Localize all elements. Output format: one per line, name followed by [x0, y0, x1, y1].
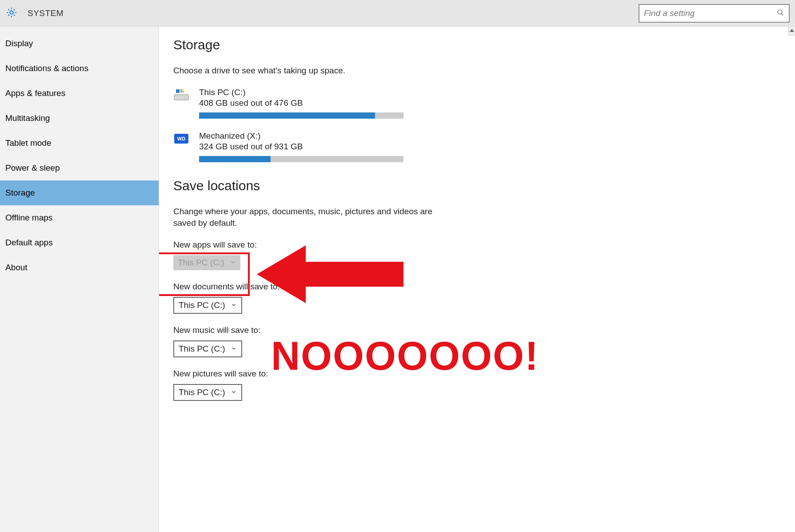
- sidebar-item-default-apps[interactable]: Default apps: [0, 230, 159, 255]
- sidebar-item-storage[interactable]: Storage: [0, 180, 159, 205]
- usage-bar-fill: [199, 156, 271, 162]
- svg-point-0: [10, 11, 13, 14]
- dropdown-value: This PC (C:): [179, 344, 225, 354]
- dropdown-value: This PC (C:): [179, 388, 225, 397]
- sidebar-item-offline-maps[interactable]: Offline maps: [0, 205, 159, 230]
- chevron-down-icon: [231, 388, 237, 397]
- chevron-down-icon: [231, 344, 237, 354]
- main-panel: Storage Choose a drive to see what's tak…: [159, 27, 795, 532]
- sidebar-item-label: Offline maps: [5, 213, 52, 222]
- sidebar-item-power-sleep[interactable]: Power & sleep: [0, 156, 159, 180]
- svg-text:WD: WD: [177, 136, 185, 141]
- dropdown-value: This PC (C:): [178, 258, 224, 268]
- svg-marker-11: [790, 29, 794, 32]
- svg-rect-7: [182, 91, 184, 92]
- sidebar-item-apps-features[interactable]: Apps & features: [0, 81, 159, 106]
- save-label: New apps will save to:: [173, 240, 781, 250]
- save-documents-dropdown[interactable]: This PC (C:): [173, 297, 242, 314]
- search-field[interactable]: [644, 8, 776, 18]
- usage-bar: [199, 112, 403, 119]
- gear-icon: [5, 6, 18, 20]
- drive-row[interactable]: WD Mechanized (X:) 324 GB used out of 93…: [173, 131, 781, 162]
- drive-row[interactable]: This PC (C:) 408 GB used out of 476 GB: [173, 88, 781, 119]
- header-bar: SYSTEM: [0, 0, 795, 27]
- scrollbar-up-icon[interactable]: [788, 27, 795, 36]
- drive-usage: 324 GB used out of 931 GB: [199, 142, 403, 152]
- save-documents-block: New documents will save to: This PC (C:): [173, 282, 781, 314]
- sidebar-item-label: Storage: [5, 188, 35, 197]
- sidebar-item-label: Power & sleep: [5, 163, 60, 172]
- save-label: New pictures will save to:: [173, 369, 781, 379]
- sidebar-item-label: Apps & features: [5, 88, 65, 98]
- usage-bar: [199, 156, 403, 162]
- sidebar-item-notifications[interactable]: Notifications & actions: [0, 56, 159, 81]
- save-label: New music will save to:: [173, 325, 781, 335]
- drive-usage: 408 GB used out of 476 GB: [199, 98, 403, 108]
- sidebar-item-tablet-mode[interactable]: Tablet mode: [0, 131, 159, 156]
- search-icon: [776, 8, 784, 18]
- drive-name: This PC (C:): [199, 88, 403, 97]
- chevron-down-icon: [230, 258, 236, 268]
- storage-subtitle: Choose a drive to see what's taking up s…: [173, 65, 440, 77]
- sidebar-item-about[interactable]: About: [0, 255, 159, 280]
- save-apps-dropdown: This PC (C:): [173, 255, 240, 270]
- sidebar-item-label: About: [5, 263, 28, 272]
- sidebar-item-label: Notifications & actions: [5, 64, 88, 73]
- save-locations-description: Change where your apps, documents, music…: [173, 206, 440, 229]
- dropdown-value: This PC (C:): [179, 300, 225, 310]
- sidebar: Display Notifications & actions Apps & f…: [0, 27, 159, 532]
- save-locations-heading: Save locations: [173, 178, 781, 193]
- page-title: SYSTEM: [28, 8, 64, 18]
- save-music-dropdown[interactable]: This PC (C:): [173, 340, 242, 357]
- sidebar-item-label: Default apps: [5, 238, 53, 247]
- storage-heading: Storage: [173, 37, 781, 52]
- drive-name: Mechanized (X:): [199, 131, 403, 141]
- sidebar-item-display[interactable]: Display: [0, 31, 159, 56]
- svg-rect-2: [174, 95, 188, 100]
- svg-rect-5: [182, 89, 184, 91]
- svg-rect-3: [176, 89, 180, 93]
- usage-bar-fill: [199, 112, 375, 119]
- sidebar-item-label: Multitasking: [5, 113, 50, 123]
- save-music-block: New music will save to: This PC (C:): [173, 325, 781, 357]
- sidebar-item-multitasking[interactable]: Multitasking: [0, 106, 159, 131]
- sidebar-item-label: Display: [5, 39, 33, 48]
- sidebar-item-label: Tablet mode: [5, 138, 52, 148]
- search-input[interactable]: [639, 4, 790, 23]
- chevron-down-icon: [231, 300, 237, 310]
- wd-disk-icon: WD: [173, 132, 191, 147]
- svg-rect-4: [180, 89, 182, 91]
- save-apps-block: New apps will save to: This PC (C:): [173, 240, 781, 270]
- save-label: New documents will save to:: [173, 282, 781, 292]
- save-pictures-block: New pictures will save to: This PC (C:): [173, 369, 781, 401]
- local-disk-icon: [173, 88, 191, 104]
- save-pictures-dropdown[interactable]: This PC (C:): [173, 384, 242, 401]
- svg-rect-6: [180, 91, 182, 92]
